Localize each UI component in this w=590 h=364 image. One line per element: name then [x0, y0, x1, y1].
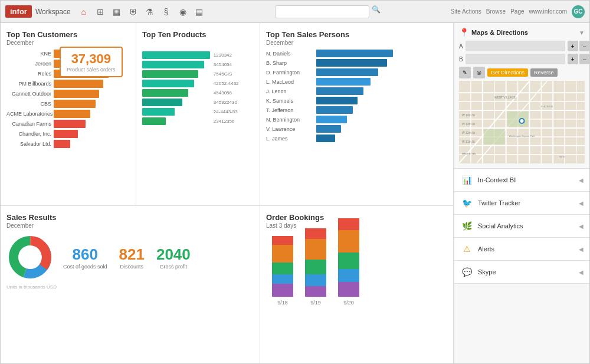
svg-text:W 12th St: W 12th St: [462, 132, 475, 135]
infor-link[interactable]: www.infor.com: [529, 8, 567, 15]
sidebar-item-twitter[interactable]: 🐦 Twitter Tracker ◀: [454, 192, 589, 215]
grid-icon[interactable]: ⊞: [94, 6, 106, 17]
product-value: 42052-4432: [214, 81, 254, 86]
svg-rect-25: [507, 112, 529, 127]
map-b-remove-btn[interactable]: –: [579, 54, 589, 64]
sidebar-item-social[interactable]: 🌿 Social Analytics ◀: [454, 215, 589, 238]
bar-fill: [54, 100, 96, 108]
metrics-group: 860 Cost of goods sold 821 Discounts 204…: [63, 245, 191, 270]
map-header: 📍 Maps & Directions ▼: [459, 28, 585, 37]
table-row: 1230342: [142, 51, 254, 59]
bar-date-label: 9/18: [277, 300, 288, 306]
bar-segment: [305, 286, 326, 297]
bar-label: Canadian Farms: [6, 121, 54, 127]
table-row: Chandler, Inc.: [6, 130, 130, 138]
sidebar-item-skype[interactable]: 💬 Skype ◀: [454, 261, 589, 284]
shield-icon[interactable]: ⛨: [127, 6, 139, 17]
table-row: D. Farmington: [266, 68, 447, 76]
search-input[interactable]: [275, 5, 369, 18]
map-a-remove-btn[interactable]: –: [579, 41, 589, 51]
svg-text:W 13th St: W 13th St: [462, 123, 475, 126]
map-pencil-btn[interactable]: ✎: [459, 67, 471, 78]
table-row: Salvador Ltd.: [6, 140, 130, 148]
map-dropdown-icon[interactable]: ▼: [579, 29, 585, 36]
browse-link[interactable]: Browse: [486, 8, 506, 15]
donut-chart: [6, 234, 54, 281]
dollar-icon[interactable]: §: [160, 6, 172, 17]
map-a-add-btn[interactable]: +: [568, 41, 578, 51]
map-b-add-btn[interactable]: +: [568, 54, 578, 64]
workspace-label: Workspace: [35, 8, 71, 16]
bar-segment: [338, 218, 359, 230]
table-row: B. Sharp: [266, 59, 447, 67]
bar-label: CBS: [6, 101, 54, 107]
home-icon[interactable]: ⌂: [78, 6, 90, 17]
map-label-b: B: [459, 56, 463, 63]
table-row: PM Billboards: [6, 80, 130, 88]
table-row: V. Lawrence: [266, 125, 447, 133]
sidebar-item-bi[interactable]: 📊 In-Context BI ◀: [454, 169, 589, 192]
skype-icon: 💬: [460, 265, 473, 278]
map-input-a[interactable]: [466, 41, 565, 51]
bar-label: Roles: [6, 71, 54, 77]
twitter-icon: 🐦: [460, 196, 473, 209]
flask-icon[interactable]: ⚗: [144, 6, 156, 17]
metric-profit: 2040 Gross profit: [156, 245, 191, 270]
sales-person-label: V. Lawrence: [266, 126, 316, 132]
bar-container: [54, 130, 130, 138]
doc-icon[interactable]: ▤: [194, 6, 205, 17]
social-icon: 🌿: [460, 219, 473, 232]
top-ten-customers-panel: Top Ten Customers December 37,309 Produc…: [1, 23, 136, 205]
bar-label: Chandler, Inc.: [6, 131, 54, 137]
chart-icon[interactable]: ▦: [111, 6, 123, 17]
sales-results-subtitle: December: [6, 222, 254, 229]
bar-fill: [54, 80, 103, 88]
bar-segment: [272, 236, 293, 245]
alerts-icon: ⚠: [460, 242, 473, 255]
bar-group: 9/18: [272, 236, 293, 306]
page-link[interactable]: Page: [510, 8, 524, 15]
map-row-b: B + – ⌂: [459, 54, 585, 64]
nav-icons-group: ⌂ ⊞ ▦ ⛨ ⚗ § ◉ ▤: [78, 6, 205, 17]
twitter-arrow: ◀: [579, 200, 584, 206]
product-bar-fill: [142, 61, 204, 68]
avatar[interactable]: GC: [572, 5, 585, 18]
product-bar-container: [142, 108, 211, 116]
svg-text:FLATIRON: FLATIRON: [541, 105, 552, 108]
metric-discounts-label: Discounts: [119, 264, 145, 270]
bar-segment: [305, 239, 326, 260]
nav-right-links: Site Actions Browse Page www.infor.com G…: [451, 5, 585, 18]
svg-point-37: [520, 119, 524, 123]
map-title-label: Maps & Directions: [471, 29, 528, 36]
sidebar-item-alerts[interactable]: ⚠ Alerts ◀: [454, 238, 589, 261]
bar-segment: [272, 284, 293, 297]
bar-date-label: 9/20: [343, 300, 354, 306]
bar-fill: [54, 110, 90, 118]
metric-profit-label: Gross profit: [156, 264, 191, 270]
metric-profit-value: 2040: [156, 245, 191, 264]
get-directions-btn[interactable]: Get Directions: [487, 68, 528, 77]
sales-person-label: T. Jefferson: [266, 107, 316, 113]
sales-bar-container: [316, 59, 399, 67]
bar-segment: [338, 269, 359, 282]
product-bar-fill: [142, 117, 166, 125]
product-value: 4543056: [214, 90, 254, 96]
bar-segment: [338, 230, 359, 252]
sales-person-label: N. Bennington: [266, 117, 316, 123]
bar-segment: [305, 274, 326, 286]
bar-container: [54, 100, 130, 108]
svg-text:MANHATTAN: MANHATTAN: [462, 152, 476, 155]
site-actions-link[interactable]: Site Actions: [451, 8, 481, 15]
map-image: W 14th St W 13th St W 12th St W 11th St …: [459, 81, 585, 163]
sales-bar-fill: [316, 50, 393, 57]
table-row: 42052-4432: [142, 80, 254, 87]
bar-fill: [54, 140, 70, 148]
reverse-btn[interactable]: Reverse: [530, 68, 558, 77]
order-bookings-panel: Order Bookings Last 3 days 9/189/199/20: [260, 206, 453, 363]
map-input-b[interactable]: [466, 54, 565, 64]
globe-icon[interactable]: ◉: [177, 6, 189, 17]
map-location-btn[interactable]: ◎: [473, 67, 485, 78]
bar-container: [54, 110, 130, 118]
top-navigation: infor Workspace ⌂ ⊞ ▦ ⛨ ⚗ § ◉ ▤ 🔍 Site A…: [1, 1, 589, 23]
table-row: N. Daniels: [266, 50, 447, 57]
